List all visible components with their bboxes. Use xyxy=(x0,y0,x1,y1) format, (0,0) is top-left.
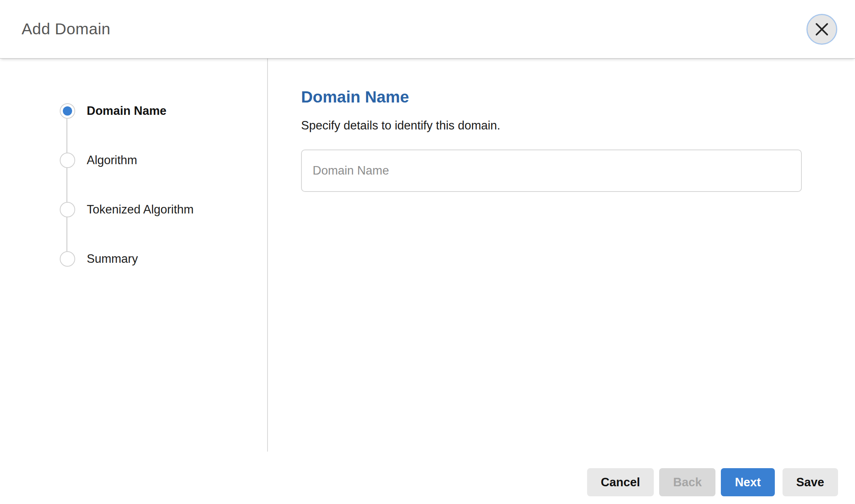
close-icon xyxy=(815,22,829,37)
stepper-item-summary[interactable]: Summary xyxy=(60,251,194,267)
step-heading: Domain Name xyxy=(301,88,802,106)
domain-name-input[interactable] xyxy=(301,150,802,192)
step-label: Tokenized Algorithm xyxy=(87,203,194,217)
save-button[interactable]: Save xyxy=(783,468,838,496)
step-active-dot-icon xyxy=(63,106,72,116)
step-circle-icon xyxy=(60,202,75,217)
wizard-stepper: Domain Name Algorithm Tokenized Algorith… xyxy=(60,103,194,301)
vertical-divider xyxy=(267,59,268,452)
step-label: Domain Name xyxy=(87,104,167,118)
stepper-item-tokenized-algorithm[interactable]: Tokenized Algorithm xyxy=(60,202,194,217)
modal-header: Add Domain xyxy=(0,0,855,59)
step-label: Summary xyxy=(87,252,138,266)
stepper-item-algorithm[interactable]: Algorithm xyxy=(60,153,194,168)
step-content-pane: Domain Name Specify details to identify … xyxy=(268,59,855,504)
add-domain-modal: Add Domain Domain Name Algorithm xyxy=(0,0,855,504)
step-description: Specify details to identify this domain. xyxy=(301,119,802,133)
modal-footer: Cancel Back Next Save xyxy=(587,468,838,496)
step-circle-icon xyxy=(60,103,75,119)
wizard-stepper-pane: Domain Name Algorithm Tokenized Algorith… xyxy=(0,59,268,504)
step-circle-icon xyxy=(60,153,75,168)
modal-title: Add Domain xyxy=(22,20,111,38)
stepper-item-domain-name[interactable]: Domain Name xyxy=(60,103,194,119)
close-button[interactable] xyxy=(806,14,837,45)
next-button[interactable]: Next xyxy=(721,468,774,496)
modal-body: Domain Name Algorithm Tokenized Algorith… xyxy=(0,59,855,504)
step-label: Algorithm xyxy=(87,153,137,167)
cancel-button[interactable]: Cancel xyxy=(587,468,654,496)
back-button[interactable]: Back xyxy=(659,468,715,496)
step-circle-icon xyxy=(60,251,75,267)
